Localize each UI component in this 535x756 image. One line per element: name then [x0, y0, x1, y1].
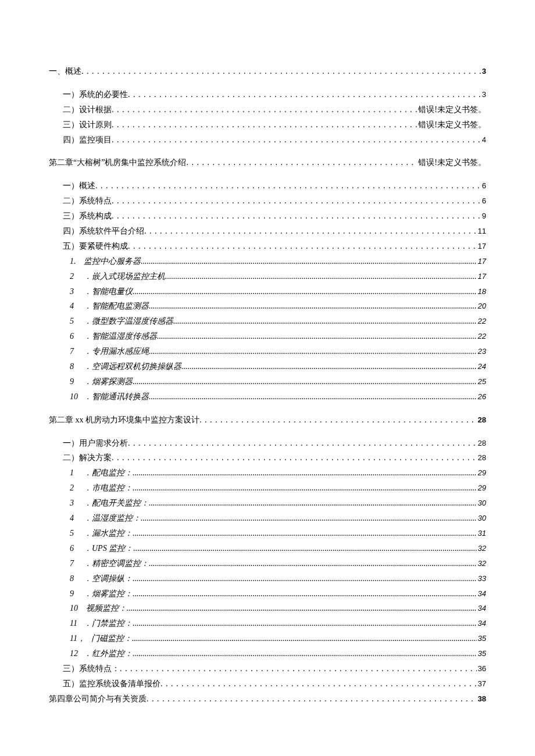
- toc-page-number: 28: [477, 451, 486, 465]
- toc-leader: [133, 481, 477, 496]
- toc-label: 三）系统构成: [63, 209, 112, 224]
- toc-item-number: 3: [70, 496, 78, 511]
- toc-entry: 第二章 xx 机房动力环境集中监控方案设计28: [49, 413, 486, 428]
- toc-leader: [133, 616, 477, 631]
- toc-label: 9．烟雾探测器: [70, 374, 133, 389]
- toc-label: 12．红外监控：: [70, 646, 133, 661]
- toc-leader: [128, 436, 477, 451]
- toc-entry: 一）用户需求分析28: [49, 436, 486, 451]
- toc-label: 二）解决方案: [63, 450, 112, 465]
- toc-leader: [95, 178, 481, 194]
- toc-item-number: 7: [70, 344, 78, 359]
- toc-page-number: 36: [477, 662, 486, 676]
- toc-page-number: 17: [477, 239, 486, 253]
- toc-label: 2．市电监控：: [70, 481, 133, 496]
- toc-page-number: 20: [477, 299, 486, 313]
- toc-leader: [132, 631, 477, 646]
- toc-page-number: 22: [477, 329, 486, 343]
- toc-page-number: 25: [477, 375, 486, 389]
- toc-item-number: 7: [70, 556, 78, 571]
- toc-entry: 11．门禁监控：34: [49, 616, 486, 631]
- toc-entry: 8．空调远程双机切换操纵器24: [49, 359, 486, 374]
- toc-label: 第二章 xx 机房动力环境集中监控方案设计: [49, 413, 199, 428]
- toc-label: 二）系统特点: [63, 194, 112, 209]
- toc-leader: [160, 676, 477, 691]
- toc-leader: [149, 299, 477, 314]
- toc-page-number: 18: [477, 285, 486, 299]
- toc-label: 11．门禁监控：: [70, 616, 133, 631]
- toc-page-number: 4: [481, 133, 486, 147]
- toc-leader: [181, 359, 477, 374]
- toc-label: 1．配电监控：: [70, 465, 133, 481]
- toc-leader: [127, 601, 477, 616]
- toc-page-number: 错误!未定义书签。: [417, 155, 486, 170]
- toc-entry: 第四章公司简介与有关资质38: [49, 691, 486, 707]
- toc-page-number: 9: [481, 209, 486, 223]
- toc-item-number: 6: [70, 329, 78, 344]
- toc-label: 三）系统特点：: [63, 661, 120, 676]
- toc-page-number: 31: [477, 526, 486, 540]
- toc-label: 第四章公司简介与有关资质: [49, 691, 147, 707]
- toc-page-number: 3: [481, 88, 486, 102]
- toc-entry: 一）系统的必要性3: [49, 87, 486, 102]
- toc-label: 5．漏水监控：: [70, 526, 133, 541]
- toc-leader: [120, 661, 477, 676]
- toc-label: 五）要紧硬件构成: [63, 239, 128, 254]
- toc-leader: [112, 450, 477, 465]
- toc-page: 一、概述3一）系统的必要性3二）设计根据错误!未定义书签。三）设计原则错误!未定…: [0, 0, 535, 741]
- toc-label: 8．空调远程双机切换操纵器: [70, 359, 181, 374]
- toc-page-number: 28: [477, 413, 486, 427]
- toc-entry: 一）概述6: [49, 178, 486, 194]
- toc-page-number: 38: [477, 692, 486, 706]
- toc-page-number: 24: [477, 360, 486, 374]
- toc-entry: 5．漏水监控：31: [49, 526, 486, 541]
- toc-entry: 五）监控系统设备清单报价37: [49, 676, 486, 691]
- toc-entry: 1．配电监控：29: [49, 465, 486, 481]
- toc-entry: 三）系统构成9: [49, 209, 486, 224]
- toc-item-number: 5: [70, 526, 78, 541]
- toc-item-number: 2: [70, 269, 78, 284]
- toc-label: 4．智能配电监测器: [70, 299, 149, 314]
- toc-leader: [133, 541, 476, 556]
- toc-entry: 一、概述3: [49, 64, 486, 79]
- toc-page-number: 32: [477, 557, 486, 571]
- toc-leader: [141, 511, 477, 526]
- toc-leader: [141, 254, 477, 269]
- toc-leader: [112, 132, 481, 148]
- toc-page-number: 29: [477, 466, 486, 480]
- toc-entry: 12．红外监控：35: [49, 646, 486, 661]
- toc-leader: [157, 329, 477, 344]
- toc-page-number: 错误!未定义书签。: [417, 102, 486, 117]
- toc-page-number: 22: [477, 314, 486, 328]
- toc-page-number: 错误!未定义书签。: [417, 117, 486, 132]
- toc-entry: 五）要紧硬件构成17: [49, 239, 486, 254]
- toc-page-number: 26: [477, 390, 486, 404]
- toc-leader: [173, 314, 477, 329]
- toc-item-number: 3: [70, 284, 78, 299]
- toc-entry: 6．智能温湿度传感器22: [49, 329, 486, 344]
- toc-leader: [81, 64, 481, 79]
- toc-leader: [144, 224, 477, 239]
- toc-page-number: 30: [477, 496, 486, 510]
- toc-label: 4．温湿度监控：: [70, 511, 141, 526]
- toc-label: 一）概述: [63, 178, 95, 194]
- toc-item-number: 2: [70, 481, 78, 496]
- toc-page-number: 35: [477, 632, 486, 646]
- toc-item-number: 5: [70, 314, 78, 329]
- toc-leader: [133, 284, 477, 299]
- toc-leader: [149, 344, 477, 359]
- toc-item-number: 11: [70, 616, 78, 631]
- toc-leader: [186, 155, 417, 170]
- toc-entry: 4．温湿度监控：30: [49, 511, 486, 526]
- toc-leader: [133, 571, 477, 586]
- toc-page-number: 11: [477, 224, 486, 238]
- toc-leader: [112, 194, 481, 209]
- toc-page-number: 32: [477, 542, 486, 556]
- toc-label: 11，门磁监控：: [70, 631, 132, 646]
- toc-entry: 二）解决方案28: [49, 450, 486, 465]
- toc-page-number: 34: [477, 587, 486, 601]
- toc-label: 四）系统软件平台介绍: [63, 224, 144, 239]
- toc-leader: [133, 646, 477, 661]
- toc-entry: 4．智能配电监测器20: [49, 299, 486, 314]
- toc-page-number: 28: [477, 436, 486, 450]
